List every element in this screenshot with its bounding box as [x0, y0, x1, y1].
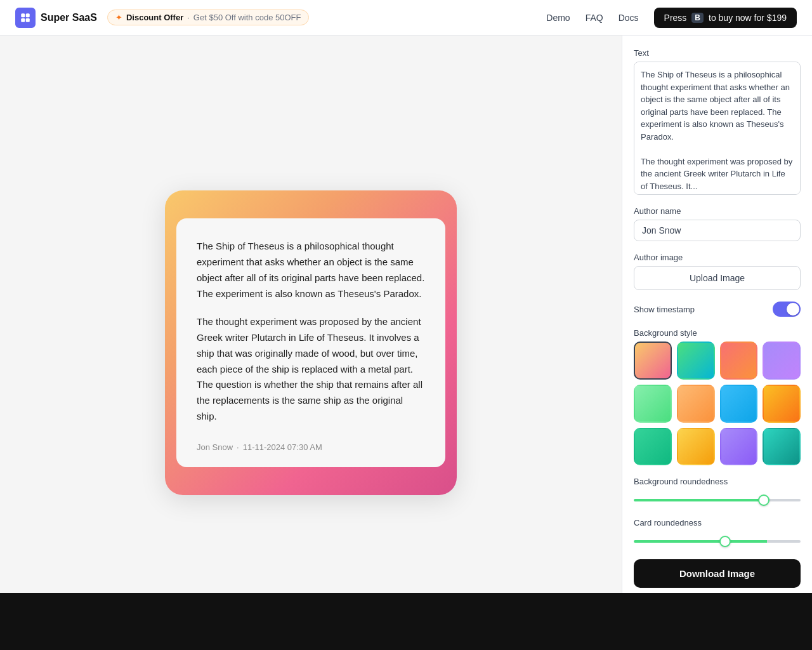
toggle-knob — [787, 303, 799, 315]
card-outer: The Ship of Theseus is a philosophical t… — [165, 190, 457, 495]
background-roundedness-slider-wrapper — [634, 490, 801, 507]
card-separator: · — [237, 442, 239, 452]
bg-swatch-8[interactable] — [763, 385, 801, 423]
right-panel: Text The Ship of Theseus is a philosophi… — [622, 36, 812, 650]
author-name-input[interactable] — [634, 220, 801, 241]
author-name-section: Author name — [634, 206, 801, 241]
buy-suffix: to buy now for $199 — [709, 13, 787, 23]
text-section: Text The Ship of Theseus is a philosophi… — [634, 48, 801, 195]
bg-swatch-12[interactable] — [763, 428, 801, 466]
background-roundedness-slider[interactable] — [634, 499, 801, 501]
card-roundedness-slider-wrapper — [634, 531, 801, 548]
navbar-right: Demo FAQ Docs Press B to buy now for $19… — [546, 8, 797, 28]
preview-area: The Ship of Theseus is a philosophical t… — [0, 36, 622, 650]
bg-swatch-1[interactable] — [634, 342, 672, 380]
bg-swatch-3[interactable] — [720, 342, 758, 380]
card-inner: The Ship of Theseus is a philosophical t… — [176, 218, 445, 467]
author-image-label: Author image — [634, 253, 801, 262]
text-textarea[interactable]: The Ship of Theseus is a philosophical t… — [634, 62, 801, 195]
background-style-label: Background style — [634, 328, 801, 338]
nav-docs-link[interactable]: Docs — [619, 13, 639, 23]
discount-badge: ✦ Discount Offer · Get $50 Off with code… — [107, 10, 310, 25]
logo-svg — [20, 12, 31, 23]
card-roundedness-label: Card roundedness — [634, 518, 801, 527]
logo[interactable]: Super SaaS — [15, 8, 97, 28]
card-roundedness-slider[interactable] — [634, 540, 801, 543]
discount-separator: · — [187, 13, 190, 22]
bottom-strip — [0, 593, 812, 650]
card-footer: Jon Snow · 11-11-2024 07:30 AM — [197, 442, 425, 452]
author-name-label: Author name — [634, 206, 801, 216]
bg-swatch-7[interactable] — [720, 385, 758, 423]
download-image-button[interactable]: Download Image — [634, 559, 801, 588]
background-style-grid — [634, 342, 801, 465]
background-roundedness-label: Background roundedness — [634, 477, 801, 486]
bg-swatch-10[interactable] — [677, 428, 715, 466]
show-timestamp-row: Show timestamp — [634, 302, 801, 317]
upload-image-button[interactable]: Upload Image — [634, 266, 801, 290]
svg-rect-3 — [26, 18, 30, 22]
bg-swatch-2[interactable] — [677, 342, 715, 380]
svg-rect-1 — [26, 13, 30, 17]
card-author: Jon Snow — [197, 442, 233, 452]
author-image-section: Author image Upload Image — [634, 253, 801, 290]
text-label: Text — [634, 48, 801, 58]
bg-swatch-11[interactable] — [720, 428, 758, 466]
navbar: Super SaaS ✦ Discount Offer · Get $50 Of… — [0, 0, 812, 36]
discount-description: Get $50 Off with code 50OFF — [193, 13, 301, 22]
buy-key: B — [691, 13, 704, 23]
nav-demo-link[interactable]: Demo — [546, 13, 570, 23]
buy-button[interactable]: Press B to buy now for $199 — [654, 8, 797, 28]
navbar-left: Super SaaS ✦ Discount Offer · Get $50 Of… — [15, 8, 309, 28]
background-roundedness-section: Background roundedness — [634, 477, 801, 507]
logo-icon — [15, 8, 36, 28]
card-text: The Ship of Theseus is a philosophical t… — [197, 239, 425, 424]
bg-swatch-5[interactable] — [634, 385, 672, 423]
bg-swatch-6[interactable] — [677, 385, 715, 423]
card-timestamp: 11-11-2024 07:30 AM — [243, 442, 322, 452]
logo-text: Super SaaS — [41, 12, 97, 23]
discount-icon: ✦ — [115, 13, 122, 22]
bg-swatch-4[interactable] — [763, 342, 801, 380]
nav-faq-link[interactable]: FAQ — [586, 13, 603, 23]
card-paragraph-1: The Ship of Theseus is a philosophical t… — [197, 239, 425, 302]
show-timestamp-toggle[interactable] — [773, 302, 801, 317]
svg-rect-2 — [21, 18, 25, 22]
buy-prefix: Press — [664, 13, 687, 23]
card-roundedness-section: Card roundedness — [634, 518, 801, 548]
main-content: The Ship of Theseus is a philosophical t… — [0, 36, 812, 650]
card-paragraph-2: The thought experiment was proposed by t… — [197, 314, 425, 424]
discount-label: Discount Offer — [126, 13, 183, 22]
background-style-section: Background style — [634, 328, 801, 465]
show-timestamp-label: Show timestamp — [634, 305, 695, 314]
bg-swatch-9[interactable] — [634, 428, 672, 466]
svg-rect-0 — [21, 13, 25, 17]
